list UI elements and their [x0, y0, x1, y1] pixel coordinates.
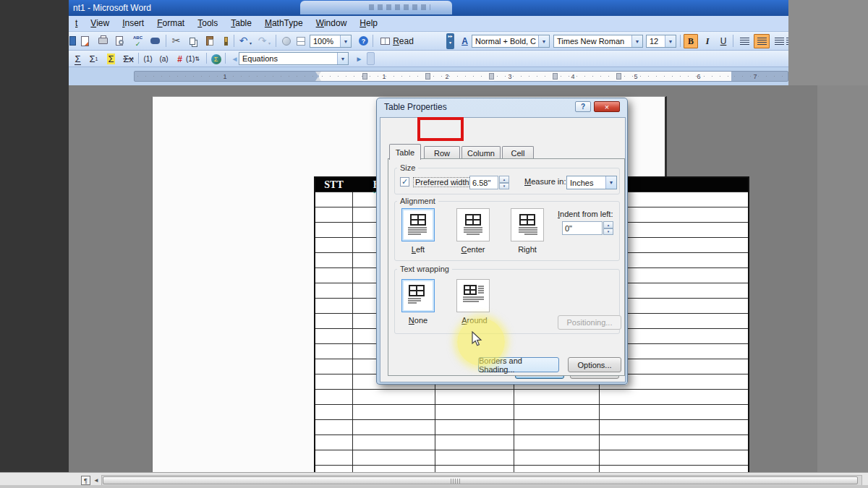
table-cell[interactable]	[435, 435, 514, 450]
ruler-column-marker[interactable]	[616, 73, 621, 80]
style-select[interactable]: Normal + Bold, C ▼	[472, 35, 550, 48]
table-cell[interactable]	[315, 223, 353, 238]
align-right-option[interactable]	[511, 208, 544, 241]
undo-dropdown-icon[interactable]: ▾	[247, 36, 254, 50]
table-cell[interactable]	[353, 405, 435, 420]
align-center-option[interactable]	[456, 208, 490, 241]
table-cell[interactable]	[315, 435, 353, 450]
font-size-select[interactable]: 12 ▼	[646, 35, 676, 48]
align-left-button[interactable]	[736, 34, 752, 48]
wrap-none-option[interactable]	[401, 279, 435, 312]
sigma-x-icon[interactable]: Σx	[122, 52, 135, 66]
menu-window[interactable]: Window	[310, 16, 354, 31]
table-cell[interactable]	[315, 207, 353, 223]
underline-button[interactable]: U	[716, 34, 731, 48]
table-cell[interactable]	[315, 420, 353, 435]
paste-icon[interactable]	[203, 34, 216, 48]
print-icon[interactable]	[96, 34, 110, 48]
table-cell[interactable]	[315, 238, 353, 253]
preferred-width-input[interactable]: 6.58"	[469, 176, 498, 189]
first-line-indent-marker[interactable]	[315, 72, 322, 81]
table-cell[interactable]	[315, 359, 353, 374]
ruler-column-marker[interactable]	[489, 73, 494, 80]
dialog-help-button[interactable]: ?	[575, 101, 591, 112]
menu-insert[interactable]: Insert	[116, 16, 150, 31]
bold-button[interactable]: B	[684, 34, 698, 48]
table-cell[interactable]	[315, 374, 353, 390]
table-cell[interactable]	[514, 390, 600, 405]
spelling-icon[interactable]: ABC✓	[131, 33, 145, 47]
table-cell[interactable]	[315, 283, 353, 299]
align-center-button[interactable]	[754, 34, 770, 48]
positioning-button[interactable]: Positioning...	[558, 315, 621, 330]
ruler-column-marker[interactable]	[425, 73, 430, 80]
table-cell[interactable]	[435, 390, 514, 405]
table-cell[interactable]	[315, 268, 353, 283]
table-header-cell[interactable]: STT	[315, 178, 353, 192]
measure-in-select[interactable]: Inches ▼	[566, 176, 617, 189]
tables-borders-icon[interactable]	[294, 34, 307, 48]
table-cell[interactable]	[315, 329, 353, 344]
table-cell[interactable]	[353, 435, 435, 450]
italic-button[interactable]: I	[700, 34, 715, 48]
ruler-column-marker[interactable]	[362, 73, 367, 80]
mathtype-web-icon[interactable]: Σ	[209, 52, 223, 66]
styles-icon[interactable]: A	[458, 34, 472, 48]
scroll-left-icon[interactable]: ◄	[93, 477, 99, 484]
equations-select[interactable]: Equations ▼	[239, 52, 349, 65]
table-cell[interactable]	[315, 299, 353, 314]
hyperlink-icon[interactable]	[279, 34, 293, 48]
renumber-icon[interactable]: (1)⇅	[186, 52, 200, 66]
table-cell[interactable]	[315, 314, 353, 329]
menu-format[interactable]: Format	[150, 16, 191, 31]
menu-view[interactable]: View	[84, 16, 116, 31]
table-cell[interactable]	[435, 420, 514, 435]
indent-spinner[interactable]: ▴▾	[603, 221, 613, 235]
options-button[interactable]: Options...	[568, 357, 621, 372]
scrollbar-track[interactable]	[101, 475, 862, 486]
table-cell[interactable]	[435, 405, 514, 420]
menu-mathtype[interactable]: MathType	[258, 16, 310, 31]
sharp-icon[interactable]: #	[173, 52, 187, 66]
cut-icon[interactable]: ✂	[169, 33, 183, 47]
scrollbar-thumb[interactable]	[103, 476, 858, 484]
table-cell[interactable]	[315, 344, 353, 359]
toolbar-grip-icon[interactable]	[367, 52, 375, 65]
redo-dropdown-icon[interactable]: ▾	[266, 36, 273, 50]
table-cell[interactable]	[600, 435, 748, 450]
table-cell[interactable]	[600, 450, 748, 466]
sigma-underline-icon[interactable]: Σ	[71, 52, 85, 66]
table-cell[interactable]	[315, 253, 353, 268]
table-cell[interactable]	[353, 450, 435, 466]
preferred-width-checkbox[interactable]: ✓	[400, 177, 409, 187]
sigma-one-icon[interactable]: Σ1	[87, 52, 101, 66]
zoom-select[interactable]: 100% ▼	[310, 35, 352, 48]
print-preview-icon[interactable]	[112, 34, 126, 48]
next-equation-icon[interactable]: ►	[352, 52, 366, 66]
document-icon[interactable]	[78, 34, 92, 48]
preferred-width-spinner[interactable]: ▴▾	[499, 176, 509, 189]
menu-tools[interactable]: Tools	[191, 16, 224, 31]
table-cell[interactable]	[315, 450, 353, 466]
table-cell[interactable]	[315, 192, 353, 207]
table-cell[interactable]	[353, 420, 435, 435]
sigma-highlight-icon[interactable]: Σ	[104, 52, 118, 66]
table-cell[interactable]	[353, 390, 435, 405]
equation-letter-icon[interactable]: (a)	[157, 52, 171, 66]
table-cell[interactable]	[315, 405, 353, 420]
copy-icon[interactable]	[185, 34, 199, 48]
table-cell[interactable]	[514, 405, 600, 420]
help-icon[interactable]: ?	[357, 34, 370, 48]
table-cell[interactable]	[315, 390, 353, 405]
table-cell[interactable]	[600, 420, 748, 435]
table-cell[interactable]	[435, 450, 514, 466]
indent-input[interactable]: 0"	[562, 221, 603, 235]
menu-help[interactable]: Help	[353, 16, 384, 31]
table-cell[interactable]	[600, 405, 748, 420]
toolbar-options-icon[interactable]: ▸▸▾	[446, 33, 454, 49]
browse-object-icon[interactable]: ¶	[81, 476, 90, 485]
menu-table[interactable]: Table	[224, 16, 258, 31]
table-cell[interactable]	[514, 420, 600, 435]
read-button[interactable]: Read	[377, 34, 417, 48]
research-icon[interactable]	[148, 34, 162, 48]
